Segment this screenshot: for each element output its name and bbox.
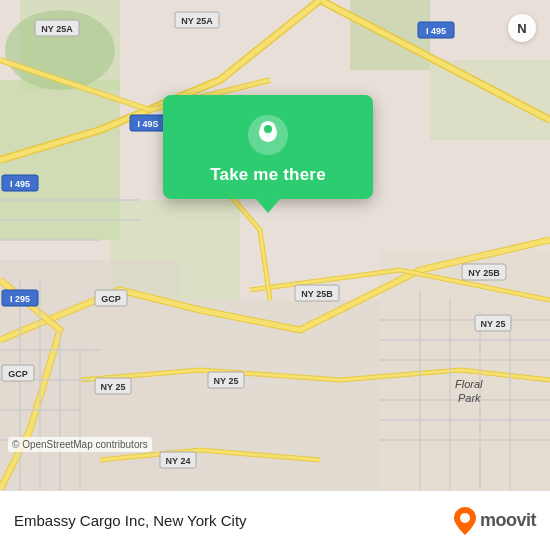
- svg-rect-1: [0, 80, 120, 240]
- svg-text:NY 25B: NY 25B: [468, 268, 500, 278]
- svg-text:NY 25B: NY 25B: [301, 289, 333, 299]
- north-indicator: N: [508, 14, 536, 42]
- svg-text:I 49S: I 49S: [137, 119, 158, 129]
- svg-text:NY 25: NY 25: [214, 376, 239, 386]
- svg-point-64: [264, 125, 272, 133]
- svg-text:NY 25: NY 25: [101, 382, 126, 392]
- svg-text:GCP: GCP: [101, 294, 121, 304]
- north-label: N: [517, 21, 526, 36]
- map-container: NY 25A NY 25A I 495 I 49S I 495 I 295 GC…: [0, 0, 550, 490]
- bottom-bar: Embassy Cargo Inc, New York City moovit: [0, 490, 550, 550]
- svg-text:I 495: I 495: [10, 179, 30, 189]
- map-popup[interactable]: Take me there: [163, 95, 373, 199]
- moovit-pin-icon: [454, 507, 476, 535]
- map-copyright: © OpenStreetMap contributors: [8, 437, 152, 452]
- moovit-brand-text: moovit: [480, 510, 536, 531]
- svg-text:NY 25A: NY 25A: [41, 24, 73, 34]
- moovit-logo: moovit: [454, 507, 536, 535]
- svg-text:NY 24: NY 24: [166, 456, 191, 466]
- location-title: Embassy Cargo Inc, New York City: [14, 512, 454, 529]
- svg-point-65: [460, 513, 470, 523]
- svg-text:GCP: GCP: [8, 369, 28, 379]
- svg-text:I 295: I 295: [10, 294, 30, 304]
- svg-text:NY 25A: NY 25A: [181, 16, 213, 26]
- svg-rect-6: [430, 60, 550, 140]
- location-pin-icon: [246, 113, 290, 157]
- svg-text:I 495: I 495: [426, 26, 446, 36]
- svg-text:Floral: Floral: [455, 378, 483, 390]
- svg-text:Park: Park: [458, 392, 481, 404]
- take-me-there-label: Take me there: [210, 165, 326, 185]
- svg-text:NY 25: NY 25: [481, 319, 506, 329]
